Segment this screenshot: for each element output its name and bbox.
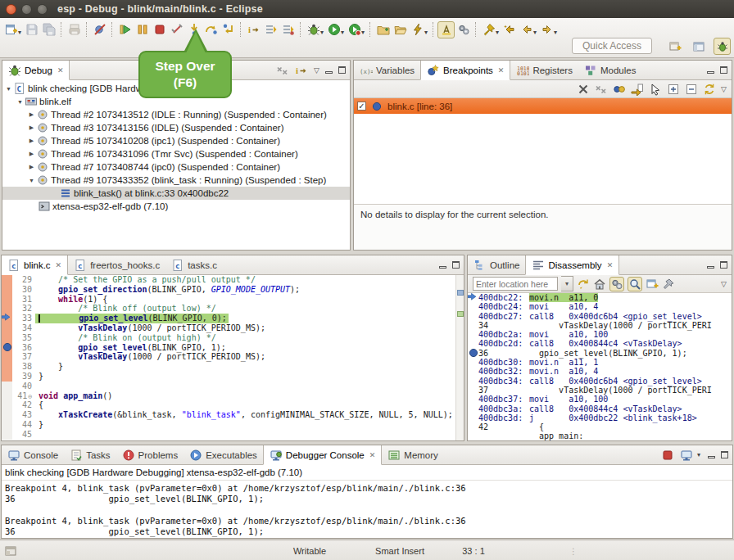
gutter[interactable]	[2, 430, 12, 440]
expander-icon[interactable]: ▼	[4, 86, 13, 92]
tab-console[interactable]: Console	[2, 445, 64, 464]
close-icon[interactable]: ✕	[369, 451, 376, 459]
flash-device-button[interactable]	[409, 21, 426, 38]
cpp-perspective-button[interactable]	[690, 38, 707, 55]
close-icon[interactable]: ✕	[57, 66, 64, 75]
gutter[interactable]	[2, 400, 12, 410]
breakpoint-gutter-marker[interactable]	[2, 343, 12, 353]
step-return-button[interactable]	[220, 21, 237, 38]
open-new-view-icon[interactable]	[646, 278, 659, 291]
debug-tree-thread[interactable]: ▶Thread #3 1073413156 (IDLE) (Suspended …	[2, 121, 350, 134]
forward-dropdown-icon[interactable]: ▾	[554, 29, 557, 36]
pin-editor-button[interactable]	[480, 21, 497, 38]
code-line[interactable]: 43 xTaskCreate(&blink_task, "blink_task"…	[2, 410, 464, 420]
maximize-view-icon[interactable]	[720, 261, 727, 269]
fast-view-icon[interactable]	[2, 543, 19, 560]
gutter[interactable]	[2, 295, 12, 305]
code-line[interactable]: 35 /* Blink on (output high) */	[2, 333, 464, 343]
minimize-view-icon[interactable]	[439, 266, 446, 269]
disassembly-row[interactable]: 36 gpio_set_level(BLINK_GPIO, 1);	[468, 349, 732, 358]
tab-debug[interactable]: Debug ✕	[2, 61, 70, 80]
quick-access-field[interactable]: Quick Access	[572, 38, 652, 54]
new-dropdown-icon[interactable]: ▾	[18, 29, 21, 36]
skip-all-breakpoints-button[interactable]	[91, 21, 108, 38]
disassembly-row[interactable]: 400dbc32:movi.n a10, 4	[468, 367, 732, 376]
breakpoint-checkbox[interactable]: ✓	[357, 102, 366, 111]
gutter[interactable]	[2, 352, 12, 362]
instruction-pointer-marker[interactable]	[2, 314, 12, 323]
expander-icon[interactable]: ▼	[16, 99, 25, 105]
view-menu-icon[interactable]: ▽	[721, 85, 727, 93]
gutter[interactable]	[2, 323, 12, 333]
gutter[interactable]	[2, 372, 12, 382]
expand-all-icon[interactable]	[667, 83, 680, 96]
maximize-view-icon[interactable]	[338, 66, 346, 74]
close-icon[interactable]: ✕	[56, 261, 62, 269]
remove-breakpoint-icon[interactable]	[577, 83, 590, 96]
code-line[interactable]: 44}	[2, 420, 464, 430]
collapse-all-icon[interactable]	[685, 83, 698, 96]
overview-ruler[interactable]	[455, 275, 464, 440]
new-c-project-button[interactable]	[374, 21, 392, 38]
code-line[interactable]: 34 vTaskDelay(1000 / portTICK_PERIOD_MS)…	[2, 323, 464, 333]
tab-memory[interactable]: Memory	[382, 445, 444, 464]
expander-icon[interactable]: ▶	[27, 164, 36, 170]
pin-view-icon[interactable]	[662, 278, 675, 291]
disassembly-row[interactable]: 400dbc37:movi a10, 100	[468, 395, 732, 404]
code-line[interactable]: 41⊖void app_main()	[2, 391, 464, 401]
debug-tree-thread[interactable]: ▶Thread #2 1073413512 (IDLE : Running) (…	[2, 108, 350, 121]
code-line[interactable]: 31 while(1) {	[2, 295, 464, 305]
instruction-stepping-button[interactable]: i	[245, 21, 262, 38]
remove-all-breakpoints-icon[interactable]	[595, 83, 608, 96]
disassembly-row[interactable]: 400dbc27:call8 0x400dc6b4 <gpio_set_leve…	[468, 312, 732, 321]
debug-tree-thread[interactable]: ▶Thread #7 1073408744 (ipc0) (Suspended …	[2, 160, 350, 174]
flash-dropdown-icon[interactable]: ▾	[424, 29, 428, 36]
code-line[interactable]: 36 gpio_set_level(BLINK_GPIO, 1);	[2, 343, 464, 353]
code-editor[interactable]: 29 /* Set the GPIO as a push/pull output…	[2, 275, 464, 440]
maximize-view-icon[interactable]	[720, 66, 727, 74]
disassembly-row[interactable]: 400dbc2d:call8 0x400844c4 <vTaskDelay>	[468, 339, 732, 348]
console-dropdown-icon[interactable]: ▾	[697, 451, 700, 458]
code-line[interactable]: 33 gpio_set_level(BLINK_GPIO, 0);	[2, 314, 464, 323]
last-edit-location-button[interactable]	[501, 21, 518, 38]
overview-current-line-mark[interactable]	[457, 311, 464, 317]
close-icon[interactable]: ✕	[607, 261, 614, 269]
gutter[interactable]	[2, 391, 12, 401]
gutter[interactable]	[2, 362, 12, 372]
view-menu-icon[interactable]: ▽	[721, 280, 727, 288]
minimize-view-icon[interactable]	[325, 71, 333, 74]
breakpoint-row[interactable]: ✓ blink.c [line: 36]	[354, 98, 732, 114]
tab-executables[interactable]: Executables	[184, 445, 263, 464]
debug-tree-thread[interactable]: ▶Thread #5 1073410208 (ipc1) (Suspended …	[2, 134, 350, 147]
instruction-stepping-toggle-icon[interactable]: i	[295, 64, 308, 77]
disassembly-location-input[interactable]	[473, 277, 558, 291]
track-expression-icon[interactable]	[628, 277, 642, 291]
skip-all-breakpoints-icon[interactable]	[649, 83, 662, 96]
minimize-view-icon[interactable]	[707, 71, 714, 74]
drop-to-frame-button[interactable]	[279, 21, 297, 38]
debug-button[interactable]	[305, 21, 322, 38]
disassembly-listing[interactable]: 400dbc22:movi.n a11, 0400dbc24:movi a10,…	[468, 293, 732, 441]
tab-modules[interactable]: Modules	[578, 61, 641, 79]
debug-tree-stack-frame[interactable]: blink_task() at blink.c:33 0x400dbc22	[2, 187, 350, 200]
location-dropdown-icon[interactable]: ▾	[561, 276, 573, 291]
code-line[interactable]: 29 /* Set the GPIO as a push/pull output…	[2, 275, 464, 285]
gutter[interactable]	[2, 285, 12, 295]
minimize-view-icon[interactable]	[707, 266, 714, 269]
refresh-icon[interactable]	[577, 278, 590, 291]
disassembly-row[interactable]: 400dbc30:movi.n a11, 1	[468, 358, 732, 367]
expander-icon[interactable]: ▶	[27, 124, 36, 131]
debug-tree-gdb-process[interactable]: xtensa-esp32-elf-gdb (7.10)	[2, 200, 350, 213]
breakpoints-list-empty[interactable]	[354, 114, 732, 204]
gutter[interactable]	[2, 382, 12, 391]
disassembly-row[interactable]: 37 vTaskDelay(1000 / portTICK_PERI	[468, 386, 732, 395]
show-breakpoints-supported-icon[interactable]	[613, 83, 626, 96]
expander-icon[interactable]: ▼	[27, 178, 36, 183]
tab-breakpoints[interactable]: Breakpoints ✕	[420, 61, 510, 80]
resume-button[interactable]	[116, 21, 134, 38]
open-project-button[interactable]	[392, 21, 409, 38]
tab-outline[interactable]: Outline	[468, 255, 525, 274]
tab-disassembly[interactable]: Disassembly ✕	[525, 255, 619, 275]
build-button[interactable]	[66, 21, 83, 38]
disassembly-row[interactable]: 400dbc24:movi a10, 4	[468, 302, 732, 311]
